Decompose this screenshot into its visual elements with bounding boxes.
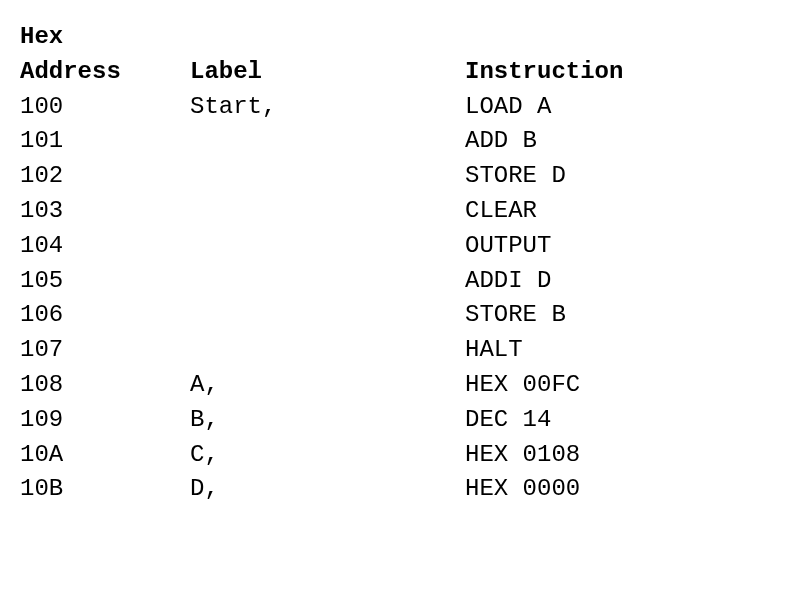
table-row: 102 STORE D	[20, 159, 623, 194]
cell-instruction: LOAD A	[465, 90, 623, 125]
table-row: 10A C, HEX 0108	[20, 438, 623, 473]
cell-address: 109	[20, 403, 190, 438]
assembly-listing-table: Hex Address Label Instruction 100 Start,…	[20, 20, 623, 507]
header-label: Label	[190, 55, 465, 90]
table-row: 104 OUTPUT	[20, 229, 623, 264]
cell-instruction: HEX 00FC	[465, 368, 623, 403]
cell-address: 107	[20, 333, 190, 368]
cell-address: 108	[20, 368, 190, 403]
cell-address: 10A	[20, 438, 190, 473]
cell-label: D,	[190, 472, 465, 507]
table-row: 106 STORE B	[20, 298, 623, 333]
cell-label	[190, 264, 465, 299]
cell-address: 104	[20, 229, 190, 264]
cell-label	[190, 124, 465, 159]
header-row-2: Address Label Instruction	[20, 55, 623, 90]
cell-instruction: ADDI D	[465, 264, 623, 299]
cell-label	[190, 159, 465, 194]
cell-address: 105	[20, 264, 190, 299]
cell-address: 103	[20, 194, 190, 229]
header-address-line1: Hex	[20, 20, 190, 55]
table-row: 100 Start, LOAD A	[20, 90, 623, 125]
cell-address: 101	[20, 124, 190, 159]
table-row: 107 HALT	[20, 333, 623, 368]
cell-label	[190, 298, 465, 333]
cell-instruction: ADD B	[465, 124, 623, 159]
header-row-1: Hex	[20, 20, 623, 55]
header-instruction-empty	[465, 20, 623, 55]
header-address-line2: Address	[20, 55, 190, 90]
cell-instruction: DEC 14	[465, 403, 623, 438]
cell-label: B,	[190, 403, 465, 438]
cell-instruction: CLEAR	[465, 194, 623, 229]
table-row: 10B D, HEX 0000	[20, 472, 623, 507]
cell-instruction: HEX 0108	[465, 438, 623, 473]
cell-instruction: HALT	[465, 333, 623, 368]
table-row: 101 ADD B	[20, 124, 623, 159]
table-row: 103 CLEAR	[20, 194, 623, 229]
cell-address: 102	[20, 159, 190, 194]
cell-label: Start,	[190, 90, 465, 125]
table-row: 108 A, HEX 00FC	[20, 368, 623, 403]
cell-address: 10B	[20, 472, 190, 507]
cell-address: 100	[20, 90, 190, 125]
cell-label	[190, 333, 465, 368]
table-row: 109 B, DEC 14	[20, 403, 623, 438]
table-row: 105 ADDI D	[20, 264, 623, 299]
cell-label	[190, 229, 465, 264]
cell-instruction: OUTPUT	[465, 229, 623, 264]
cell-address: 106	[20, 298, 190, 333]
cell-label: C,	[190, 438, 465, 473]
header-instruction: Instruction	[465, 55, 623, 90]
cell-instruction: STORE D	[465, 159, 623, 194]
cell-label: A,	[190, 368, 465, 403]
cell-instruction: HEX 0000	[465, 472, 623, 507]
header-label-empty	[190, 20, 465, 55]
cell-instruction: STORE B	[465, 298, 623, 333]
cell-label	[190, 194, 465, 229]
